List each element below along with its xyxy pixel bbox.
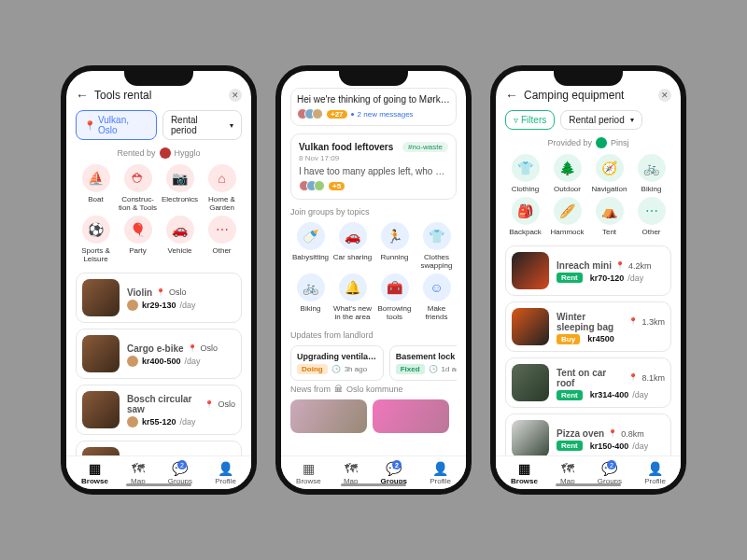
category-biking[interactable]: 🚲 Biking [631, 154, 671, 193]
topic-what-s-new-in-the-area[interactable]: 🔔 What's new in the area [332, 273, 373, 321]
topic-running[interactable]: 🏃 Running [374, 222, 415, 270]
back-button[interactable]: ← [76, 88, 89, 103]
map-icon: 🗺 [132, 462, 145, 475]
pin-icon: 📍 [188, 344, 197, 353]
peek-message[interactable]: Hei we're thinking of going to Mørkgo… [297, 94, 450, 105]
category-construc-tion-tools[interactable]: ⛑ Construc­tion & Tools [118, 164, 158, 212]
owner-avatar [127, 356, 138, 367]
listing-title: Winter sleeping bag [557, 312, 625, 332]
category-boat[interactable]: ⛵ Boat [76, 164, 116, 212]
category-label: Construc­tion & Tools [118, 195, 158, 212]
topic-icon: 🚲 [297, 273, 325, 301]
category-label: Party [129, 246, 147, 255]
listing-distance: 0.8km [621, 429, 644, 439]
nav-map[interactable]: 🗺Map [131, 462, 146, 485]
location-chip[interactable]: 📍Vulkan, Oslo [76, 110, 157, 140]
post-title: Vulkan food leftovers [299, 142, 393, 152]
listing-price: kr4500 [587, 334, 614, 343]
owner-avatar [127, 416, 138, 427]
back-button[interactable]: ← [505, 88, 518, 103]
nav-profile[interactable]: 👤Profile [430, 462, 451, 485]
landlord-update[interactable]: Upgrading ventilation Doing 🕒3h ago [290, 345, 384, 381]
clear-icon[interactable]: ✕ [229, 89, 242, 102]
nav-browse[interactable]: ▦Browse [296, 462, 321, 485]
topic-babysitting[interactable]: 🍼 Babysitting [290, 222, 331, 270]
category-sports-leisure[interactable]: ⚽ Sports & Leisure [76, 216, 116, 263]
listing-card[interactable]: Kayak 📍 Oslo [76, 441, 242, 455]
listing-title: Violin [127, 287, 152, 298]
category-icon: ⛵ [82, 164, 110, 192]
nav-profile[interactable]: 👤Profile [215, 462, 236, 485]
category-vehicle[interactable]: 🚗 Vehicle [160, 216, 200, 263]
provider-row: Provided by Pinsj [505, 137, 671, 148]
update-time: 1d ago [442, 365, 457, 373]
listing-price: kr400-500 [142, 357, 181, 366]
listing-card[interactable]: Cargo e-bike 📍 Oslo kr400-500/day [76, 329, 242, 379]
nav-groups[interactable]: 💬2Groups [381, 462, 407, 485]
topic-car-sharing[interactable]: 🚗 Car sharing [332, 222, 373, 270]
category-icon: ⌂ [208, 164, 236, 192]
nav-map[interactable]: 🗺Map [344, 462, 359, 485]
home-indicator [556, 483, 621, 486]
category-backpack[interactable]: 🎒 Backpack [505, 197, 545, 236]
category-label: Outdoor [554, 185, 581, 193]
listing-card[interactable]: Pizza oven 📍 0.8km Rent kr150-400/day [505, 413, 671, 455]
owner-avatar [127, 300, 138, 311]
listing-card[interactable]: Winter sleeping bag 📍 1.3km Buy kr4500 [505, 301, 671, 352]
listing-thumb [82, 279, 120, 316]
nav-browse[interactable]: ▦Browse [511, 462, 538, 485]
listing-card[interactable]: Violin 📍 Oslo kr29-130/day [76, 273, 242, 323]
clear-icon[interactable]: ✕ [658, 89, 671, 102]
category-home-garden[interactable]: ⌂ Home & Garden [202, 164, 242, 212]
topic-make-friends[interactable]: ☺ Make friends [416, 273, 457, 321]
topic-clothes-swapping[interactable]: 👕 Clothes swapping [416, 222, 457, 270]
news-thumb[interactable] [373, 399, 449, 433]
member-count: +27 [327, 110, 347, 119]
topic-biking[interactable]: 🚲 Biking [290, 273, 331, 321]
category-other[interactable]: ⋯ Other [631, 197, 671, 236]
category-outdoor[interactable]: 🌲 Outdoor [547, 154, 587, 193]
listing-tag: Buy [557, 334, 580, 344]
pin-icon: 📍 [628, 373, 638, 382]
topic-borrowing-tools[interactable]: 🧰 Borrowing tools [374, 273, 415, 321]
category-other[interactable]: ⋯ Other [202, 216, 242, 263]
nav-map[interactable]: 🗺Map [560, 462, 575, 485]
period-chip[interactable]: Rental period [162, 110, 242, 140]
listing-card[interactable]: Inreach mini 📍 4.2km Rent kr70-120/day [505, 245, 671, 296]
category-electronics[interactable]: 📷 Electronics [160, 164, 200, 212]
provider-avatar [596, 137, 607, 148]
listing-price: kr55-120 [142, 417, 176, 427]
category-hammock[interactable]: 🥖 Hammock [547, 197, 587, 236]
nav-profile[interactable]: 👤Profile [644, 462, 666, 485]
listing-card[interactable]: Tent on car roof 📍 8.1km Rent kr314-400/… [505, 357, 671, 408]
nav-groups[interactable]: 💬2Groups [168, 462, 192, 485]
listing-price: kr70-120 [590, 273, 625, 283]
phone-tools-rental: ← Tools rental ✕ 📍Vulkan, Oslo Rental pe… [61, 65, 257, 495]
category-label: Other [212, 246, 231, 255]
new-messages-link[interactable]: 2 new messages [358, 110, 414, 119]
news-thumb[interactable] [290, 399, 367, 433]
listing-card[interactable]: Bosch circular saw 📍 Oslo kr55-120/day [76, 385, 242, 435]
category-label: Other [641, 228, 660, 236]
post-card[interactable]: Vulkan food leftovers #no-waste 8 Nov 17… [290, 133, 457, 200]
category-label: Electronics [162, 195, 198, 203]
category-icon: 🚲 [638, 154, 666, 182]
nav-browse[interactable]: ▦Browse [81, 462, 108, 485]
period-chip[interactable]: Rental period [560, 110, 641, 130]
update-title: Upgrading ventilation [297, 352, 377, 361]
listing-thumb [512, 308, 549, 345]
topics-heading: Join groups by topics [290, 207, 457, 217]
topic-icon: 🔔 [339, 273, 367, 301]
nav-groups[interactable]: 💬2Groups [598, 462, 622, 485]
category-party[interactable]: 🎈 Party [118, 216, 158, 263]
landlord-update[interactable]: Basement lock br Fixed 🕒1d ago [389, 345, 457, 381]
category-label: Navigation [592, 185, 627, 193]
filters-chip[interactable]: ▿Filters [505, 110, 555, 130]
grid-icon: ▦ [518, 462, 530, 475]
category-navigation[interactable]: 🧭 Navigation [589, 154, 629, 193]
category-label: Boat [88, 195, 103, 203]
category-tent[interactable]: ⛺ Tent [589, 197, 629, 236]
topic-label: Borrowing tools [374, 304, 415, 321]
grid-icon: ▦ [89, 462, 101, 475]
category-clothing[interactable]: 👕 Clothing [505, 154, 545, 193]
